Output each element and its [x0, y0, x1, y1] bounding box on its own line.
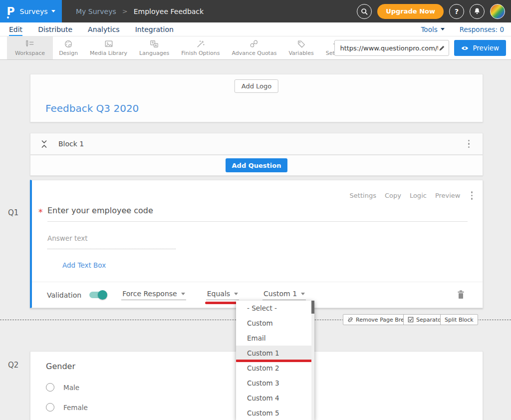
toolbar-item-finish-options[interactable]: Finish Options [175, 36, 226, 59]
help-button[interactable]: ? [449, 4, 464, 19]
survey-title[interactable]: Feedback Q3 2020 [45, 102, 139, 114]
question-logic-link[interactable]: Logic [410, 192, 427, 199]
add-logo-button[interactable]: Add Logo [235, 79, 278, 93]
tab-integration[interactable]: Integration [135, 22, 174, 36]
survey-url-input[interactable] [340, 44, 438, 52]
block-header: Block 1 [30, 133, 483, 155]
dropdown-option-email[interactable]: Email [236, 331, 314, 346]
search-icon [360, 7, 368, 15]
translate-icon [149, 39, 159, 48]
image-icon [104, 39, 114, 48]
tools-menu[interactable]: Tools [421, 25, 444, 33]
collapse-icon [41, 140, 47, 148]
toolbar-item-design[interactable]: Design [53, 36, 84, 59]
question-preview-link[interactable]: Preview [435, 192, 461, 199]
toolbar-item-variables[interactable]: Variables [282, 36, 319, 59]
question-menu-button[interactable] [469, 189, 475, 202]
chain-icon [249, 39, 259, 48]
radio-button[interactable] [46, 383, 54, 392]
toolbar-item-media-library[interactable]: Media Library [84, 36, 133, 59]
chevron-down-icon [234, 293, 238, 295]
split-block-button[interactable]: Split Block [440, 314, 478, 325]
block-title[interactable]: Block 1 [58, 140, 84, 148]
required-asterisk: * [38, 207, 43, 217]
chevron-down-icon [441, 28, 445, 30]
question-card-q1: Settings Copy Logic Preview * Enter your… [30, 180, 483, 308]
surveys-menu[interactable]: Surveys [20, 7, 55, 15]
toolbar-item-advance-quotas[interactable]: Advance Quotas [226, 36, 282, 59]
breadcrumb: My Surveys > Employee Feedback [76, 7, 204, 15]
dropdown-option-custom[interactable]: Custom [236, 316, 314, 331]
trash-icon [457, 290, 465, 299]
dropdown-scrollbar-thumb[interactable] [311, 301, 314, 314]
unlink-icon [347, 317, 353, 323]
chevron-down-icon [181, 293, 185, 295]
toolbar-item-languages[interactable]: Languages [133, 36, 175, 59]
answer-option-female: Female [46, 403, 88, 412]
radio-button[interactable] [46, 403, 54, 412]
eye-icon [461, 45, 469, 51]
survey-header-card: Add Logo Feedback Q3 2020 [30, 74, 483, 122]
dropdown-option-custom3[interactable]: Custom 3 [236, 376, 314, 391]
tag-icon [296, 39, 306, 48]
responses-count[interactable]: Responses: 0 [460, 25, 504, 33]
toolbar-right: Preview [334, 40, 506, 56]
question-settings-link[interactable]: Settings [350, 192, 376, 199]
dropdown-option-custom1[interactable]: Custom 1 [236, 346, 314, 361]
breadcrumb-my-surveys[interactable]: My Surveys [76, 7, 116, 15]
chevron-down-icon [51, 10, 55, 12]
product-switcher[interactable]: P Surveys [0, 0, 62, 22]
add-question-button[interactable]: Add Question [226, 158, 288, 172]
breadcrumb-current-survey: Employee Feedback [134, 7, 204, 15]
bell-icon [473, 7, 481, 15]
validation-toggle[interactable] [89, 292, 106, 298]
question-text-q2[interactable]: Gender [46, 362, 75, 371]
workspace-icon [25, 39, 35, 48]
checkbox-checked-icon [408, 317, 414, 323]
operator-dropdown[interactable]: Equals [206, 290, 239, 300]
survey-tabbar: Edit Distribute Analytics Integration To… [0, 22, 511, 36]
tab-edit[interactable]: Edit [9, 22, 22, 36]
force-response-dropdown[interactable]: Force Response [121, 290, 186, 300]
editor-toolbar: Workspace Design Media Library [0, 36, 511, 60]
collapse-block-button[interactable] [41, 140, 47, 148]
questionpro-survey-editor: P Surveys My Surveys > Employee Feedback… [0, 0, 511, 420]
dropdown-option-select[interactable]: - Select - [236, 301, 314, 316]
notifications-button[interactable] [470, 4, 485, 19]
top-navbar: P Surveys My Surveys > Employee Feedback… [0, 0, 511, 22]
add-question-strip: Add Question [30, 155, 483, 176]
wand-icon [196, 39, 206, 48]
questionpro-logo-icon: P [6, 6, 14, 17]
edit-pencil-icon[interactable] [438, 44, 446, 52]
dropdown-scrollbar-track[interactable] [311, 301, 314, 420]
palette-icon [63, 39, 73, 48]
add-text-box-link[interactable]: Add Text Box [62, 261, 106, 269]
chevron-down-icon [301, 293, 305, 295]
search-button[interactable] [357, 4, 372, 19]
topnav-actions: Upgrade Now ? [357, 4, 511, 19]
validation-value-dropdown[interactable]: Custom 1 [262, 290, 306, 300]
toolbar-item-workspace[interactable]: Workspace [7, 36, 53, 59]
tab-distribute[interactable]: Distribute [38, 22, 72, 36]
question-mark-icon: ? [455, 7, 459, 15]
question-number-q1: Q1 [8, 208, 18, 217]
block-menu-button[interactable] [466, 138, 472, 150]
user-avatar[interactable] [490, 4, 505, 19]
question-text-q1[interactable]: Enter your employee code [47, 206, 153, 215]
validation-value-dropdown-menu: - Select - Custom Email Custom 1 Custom … [236, 301, 314, 420]
survey-url-field[interactable] [334, 40, 449, 56]
answer-text-field[interactable]: Answer text [47, 234, 176, 249]
tutorial-highlight-underline [205, 302, 240, 304]
upgrade-now-button[interactable]: Upgrade Now [377, 4, 444, 19]
dropdown-option-custom2[interactable]: Custom 2 [236, 361, 314, 376]
tabbar-right: Tools Responses: 0 [421, 22, 511, 36]
dropdown-option-custom4[interactable]: Custom 4 [236, 391, 314, 406]
question-text-underline [47, 221, 468, 222]
tab-analytics[interactable]: Analytics [88, 22, 120, 36]
question-actions: Settings Copy Logic Preview [350, 189, 475, 202]
dropdown-option-custom5[interactable]: Custom 5 [236, 406, 314, 420]
survey-canvas: Add Logo Feedback Q3 2020 Block 1 Add Qu… [0, 60, 511, 420]
delete-validation-button[interactable] [457, 290, 465, 301]
question-copy-link[interactable]: Copy [385, 192, 401, 199]
preview-button[interactable]: Preview [454, 40, 506, 56]
